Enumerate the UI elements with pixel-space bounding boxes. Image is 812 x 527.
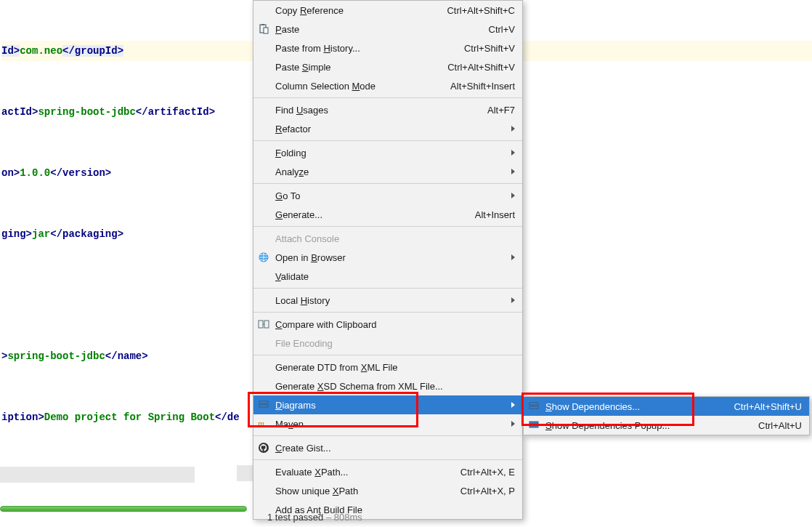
context-menu-item-analyze[interactable]: Analyze — [253, 162, 522, 181]
context-menu-item-create-gist[interactable]: Create Gist... — [253, 438, 522, 457]
menu-item-shortcut: Alt+Insert — [475, 209, 515, 220]
xml-text: spring-boot-jdbc — [38, 106, 135, 118]
context-menu-item-validate[interactable]: Validate — [253, 267, 522, 286]
menu-item-label: Paste from History... — [275, 43, 464, 54]
menu-item-label: Maven — [275, 419, 506, 430]
menu-item-label: Open in Browser — [275, 252, 506, 263]
context-menu-item-generate-xsd-schema-from-xml-file[interactable]: Generate XSD Schema from XML File... — [253, 377, 522, 395]
menu-item-label: Folding — [275, 148, 506, 158]
diagrams-submenu: Show Dependencies...Ctrl+Alt+Shift+UShow… — [523, 396, 810, 435]
xml-text: spring-boot-jdbc — [7, 350, 105, 362]
menu-item-label: Validate — [275, 271, 515, 282]
context-menu-separator — [253, 226, 522, 227]
context-menu-item-evaluate-xpath[interactable]: Evaluate XPath...Ctrl+Alt+X, E — [253, 462, 522, 481]
context-menu-separator — [253, 459, 522, 460]
xml-tag: </groupId> — [62, 45, 123, 57]
chevron-right-icon — [511, 126, 515, 132]
menu-item-label: Column Selection Mode — [275, 81, 450, 92]
chevron-right-icon — [511, 193, 515, 198]
menu-item-label: Analyze — [275, 166, 506, 177]
menu-item-label: Show unique XPath — [275, 486, 460, 496]
xml-tag: </artifactId> — [136, 106, 215, 118]
menu-item-label: Find Usages — [275, 105, 487, 116]
context-menu: Copy ReferenceCtrl+Alt+Shift+CPasteCtrl+… — [253, 0, 523, 520]
menu-item-shortcut: Ctrl+Alt+X, E — [460, 467, 515, 478]
xml-tag: actId> — [1, 106, 38, 118]
diagrams-submenu-item-show-dependencies-popup[interactable]: Show Dependencies Popup...Ctrl+Alt+U — [524, 416, 809, 435]
progress-bar — [0, 506, 247, 516]
context-menu-separator — [253, 312, 522, 313]
context-menu-item-compare-with-clipboard[interactable]: Compare with Clipboard — [253, 315, 522, 334]
context-menu-item-local-history[interactable]: Local History — [253, 291, 522, 310]
svg-rect-7 — [259, 405, 268, 407]
xml-tag: ging> — [1, 228, 32, 240]
context-menu-separator — [253, 355, 522, 355]
maven-icon: m — [258, 418, 269, 430]
context-menu-item-maven[interactable]: mMaven — [253, 414, 522, 433]
context-menu-separator — [253, 97, 522, 98]
xml-text: jar — [32, 228, 50, 240]
menu-item-label: Paste — [275, 24, 489, 35]
svg-rect-10 — [529, 403, 538, 405]
context-menu-item-find-usages[interactable]: Find UsagesAlt+F7 — [253, 100, 522, 119]
svg-rect-4 — [259, 321, 263, 328]
context-menu-item-paste[interactable]: PasteCtrl+V — [253, 20, 522, 39]
context-menu-item-file-encoding[interactable]: File Encoding — [253, 334, 522, 353]
xml-tag: </name> — [105, 350, 148, 362]
xml-text: com.neo — [20, 45, 62, 57]
menu-item-shortcut: Alt+F7 — [487, 105, 515, 116]
svg-rect-2 — [264, 28, 268, 33]
menu-item-label: Local History — [275, 295, 506, 306]
menu-item-label: Show Dependencies Popup... — [545, 420, 758, 431]
xml-tag: </packaging> — [50, 228, 123, 240]
xml-tag: </de — [215, 411, 240, 423]
menu-item-label: Paste Simple — [275, 62, 447, 73]
context-menu-item-column-selection-mode[interactable]: Column Selection ModeAlt+Shift+Insert — [253, 76, 522, 95]
context-menu-item-generate[interactable]: Generate...Alt+Insert — [253, 205, 522, 224]
fold-rect[interactable] — [0, 467, 195, 483]
xml-tag: Id> — [1, 45, 20, 57]
context-menu-separator — [253, 435, 522, 436]
context-menu-separator — [253, 183, 522, 184]
context-menu-item-copy-reference[interactable]: Copy ReferenceCtrl+Alt+Shift+C — [253, 1, 522, 20]
context-menu-item-go-to[interactable]: Go To — [253, 186, 522, 205]
chevron-right-icon — [511, 297, 515, 303]
diagram-icon — [528, 401, 540, 412]
diagrams-submenu-item-show-dependencies[interactable]: Show Dependencies...Ctrl+Alt+Shift+U — [524, 397, 809, 416]
context-menu-item-open-in-browser[interactable]: Open in Browser — [253, 248, 522, 267]
menu-item-label: Refactor — [275, 124, 506, 134]
menu-item-shortcut: Ctrl+Alt+Shift+V — [447, 62, 515, 73]
menu-item-shortcut: Ctrl+V — [489, 24, 515, 35]
context-menu-item-generate-dtd-from-xml-file[interactable]: Generate DTD from XML File — [253, 358, 522, 377]
xml-tag: on> — [1, 167, 20, 179]
context-menu-item-attach-console[interactable]: Attach Console — [253, 229, 522, 248]
chevron-right-icon — [511, 254, 515, 260]
menu-item-shortcut: Ctrl+Alt+X, P — [460, 486, 515, 496]
menu-item-label: Generate XSD Schema from XML File... — [275, 381, 515, 392]
svg-rect-12 — [529, 422, 538, 424]
menu-item-label: Show Dependencies... — [545, 401, 734, 412]
xml-tag: iption> — [1, 411, 44, 423]
compare-icon — [258, 318, 269, 330]
chevron-right-icon — [511, 402, 515, 408]
diagram-icon — [528, 419, 540, 431]
context-menu-item-show-unique-xpath[interactable]: Show unique XPathCtrl+Alt+X, P — [253, 481, 522, 500]
context-menu-separator — [253, 140, 522, 141]
menu-item-shortcut: Ctrl+Alt+Shift+U — [734, 401, 802, 412]
github-icon — [258, 442, 269, 454]
menu-item-label: Generate... — [275, 209, 475, 220]
menu-item-label: Create Gist... — [275, 443, 515, 454]
svg-rect-1 — [261, 24, 264, 25]
context-menu-item-paste-from-history[interactable]: Paste from History...Ctrl+Shift+V — [253, 39, 522, 57]
diagram-icon — [258, 399, 269, 411]
context-menu-separator — [253, 288, 522, 289]
paste-icon — [258, 23, 269, 35]
svg-rect-5 — [264, 321, 269, 328]
menu-item-label: Evaluate XPath... — [275, 467, 460, 478]
context-menu-item-refactor[interactable]: Refactor — [253, 119, 522, 138]
chevron-right-icon — [511, 169, 515, 174]
context-menu-item-paste-simple[interactable]: Paste SimpleCtrl+Alt+Shift+V — [253, 57, 522, 76]
xml-tag: </version> — [50, 167, 111, 179]
context-menu-item-folding[interactable]: Folding — [253, 143, 522, 162]
context-menu-item-diagrams[interactable]: Diagrams — [253, 395, 522, 414]
